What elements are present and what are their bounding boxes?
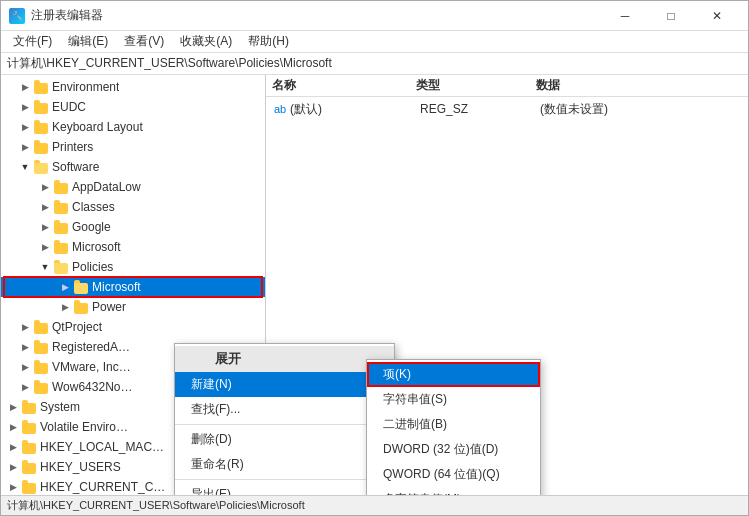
address-bar: 计算机\HKEY_CURRENT_USER\Software\Policies\…	[1, 53, 748, 75]
tree-label: Policies	[72, 260, 113, 274]
tree-label: Keyboard Layout	[52, 120, 143, 134]
arrow-icon: ▼	[17, 159, 33, 175]
ctx-delete[interactable]: 删除(D)	[175, 427, 394, 452]
submenu-key-label: 项(K)	[383, 367, 411, 381]
submenu-item-binary[interactable]: 二进制值(B)	[367, 412, 540, 437]
submenu-new[interactable]: 项(K) 字符串值(S) 二进制值(B) DWORD (32 位)值(D) QW…	[366, 359, 541, 495]
tree-label: EUDC	[52, 100, 86, 114]
tree-label: Volatile Enviro…	[40, 420, 128, 434]
folder-icon	[21, 420, 37, 434]
folder-icon	[33, 320, 49, 334]
context-menu[interactable]: 展开 新建(N) ▶ 查找(F)... 删除(D) 重命名(R)	[174, 343, 395, 495]
tree-label: Environment	[52, 80, 119, 94]
arrow-icon: ▶	[5, 419, 21, 435]
col-data-header: 数据	[536, 77, 748, 94]
ctx-export-label: 导出(E)	[191, 486, 231, 495]
tree-item-classes[interactable]: ▶ Classes	[1, 197, 265, 217]
tree-item-eudc[interactable]: ▶ EUDC	[1, 97, 265, 117]
window-title: 注册表编辑器	[31, 7, 602, 24]
folder-icon	[21, 440, 37, 454]
maximize-button[interactable]: □	[648, 1, 694, 31]
main-content: ▶ Environment ▶ EUDC ▶ Keyboard Layout ▶…	[1, 75, 748, 495]
tree-label: Google	[72, 220, 111, 234]
tree-item-google[interactable]: ▶ Google	[1, 217, 265, 237]
tree-item-keyboard-layout[interactable]: ▶ Keyboard Layout	[1, 117, 265, 137]
tree-label: Power	[92, 300, 126, 314]
folder-icon	[73, 300, 89, 314]
registry-row-default[interactable]: ab (默认) REG_SZ (数值未设置)	[266, 99, 748, 119]
close-button[interactable]: ✕	[694, 1, 740, 31]
submenu-item-qword[interactable]: QWORD (64 位值)(Q)	[367, 462, 540, 487]
folder-icon	[33, 360, 49, 374]
menu-file[interactable]: 文件(F)	[5, 31, 60, 52]
tree-label: Software	[52, 160, 99, 174]
folder-icon	[21, 400, 37, 414]
tree-label: HKEY_USERS	[40, 460, 121, 474]
submenu-qword-label: QWORD (64 位值)(Q)	[383, 467, 500, 481]
tree-label: Wow6432No…	[52, 380, 132, 394]
registry-editor-window: 🔧 注册表编辑器 ─ □ ✕ 文件(F) 编辑(E) 查看(V) 收藏夹(A) …	[0, 0, 749, 516]
folder-icon	[53, 260, 69, 274]
tree-label: Printers	[52, 140, 93, 154]
arrow-icon: ▶	[37, 179, 53, 195]
arrow-icon: ▶	[5, 479, 21, 495]
tree-item-qtproject[interactable]: ▶ QtProject	[1, 317, 265, 337]
arrow-icon: ▶	[57, 299, 73, 315]
ctx-find[interactable]: 查找(F)...	[175, 397, 394, 422]
ctx-expand-label: 展开	[215, 350, 241, 368]
minimize-button[interactable]: ─	[602, 1, 648, 31]
tree-item-power[interactable]: ▶ Power	[1, 297, 265, 317]
folder-icon	[33, 100, 49, 114]
ctx-new-label: 新建(N)	[191, 376, 232, 393]
address-text: 计算机\HKEY_CURRENT_USER\Software\Policies\…	[7, 55, 332, 72]
submenu-item-multistring[interactable]: 多字符串值(M)	[367, 487, 540, 495]
arrow-icon: ▶	[17, 119, 33, 135]
submenu-item-key[interactable]: 项(K)	[367, 362, 540, 387]
col-type-header: 类型	[416, 77, 536, 94]
tree-label: QtProject	[52, 320, 102, 334]
submenu-dword-label: DWORD (32 位)值(D)	[383, 442, 498, 456]
reg-value-name: (默认)	[290, 101, 420, 118]
reg-value-data: (数值未设置)	[540, 101, 748, 118]
tree-item-microsoft-l2[interactable]: ▶ Microsoft	[1, 237, 265, 257]
tree-item-microsoft-selected[interactable]: ▶ Microsoft	[1, 277, 265, 297]
folder-icon	[33, 340, 49, 354]
menu-edit[interactable]: 编辑(E)	[60, 31, 116, 52]
arrow-icon: ▼	[37, 259, 53, 275]
folder-icon	[33, 380, 49, 394]
ctx-rename[interactable]: 重命名(R)	[175, 452, 394, 477]
menu-help[interactable]: 帮助(H)	[240, 31, 297, 52]
ctx-rename-label: 重命名(R)	[191, 456, 244, 473]
ctx-find-label: 查找(F)...	[191, 401, 240, 418]
tree-item-software[interactable]: ▼ Software	[1, 157, 265, 177]
submenu-string-label: 字符串值(S)	[383, 392, 447, 406]
folder-icon	[53, 180, 69, 194]
ctx-export[interactable]: 导出(E)	[175, 482, 394, 495]
folder-icon	[21, 480, 37, 494]
tree-label: Microsoft	[72, 240, 121, 254]
menu-favorites[interactable]: 收藏夹(A)	[172, 31, 240, 52]
submenu-item-dword[interactable]: DWORD (32 位)值(D)	[367, 437, 540, 462]
arrow-icon: ▶	[37, 239, 53, 255]
tree-label: System	[40, 400, 80, 414]
arrow-icon: ▶	[17, 319, 33, 335]
arrow-icon: ▶	[17, 379, 33, 395]
submenu-multistring-label: 多字符串值(M)	[383, 492, 461, 495]
tree-label: RegisteredA…	[52, 340, 130, 354]
ctx-new[interactable]: 新建(N) ▶	[175, 372, 394, 397]
tree-item-appdatalow[interactable]: ▶ AppDataLow	[1, 177, 265, 197]
tree-item-environment[interactable]: ▶ Environment	[1, 77, 265, 97]
folder-icon	[53, 240, 69, 254]
submenu-item-string[interactable]: 字符串值(S)	[367, 387, 540, 412]
arrow-icon: ▶	[37, 199, 53, 215]
menu-view[interactable]: 查看(V)	[116, 31, 172, 52]
arrow-icon: ▶	[37, 219, 53, 235]
tree-label: HKEY_CURRENT_C…	[40, 480, 165, 494]
ctx-delete-label: 删除(D)	[191, 431, 232, 448]
title-bar: 🔧 注册表编辑器 ─ □ ✕	[1, 1, 748, 31]
tree-item-printers[interactable]: ▶ Printers	[1, 137, 265, 157]
ctx-expand[interactable]: 展开	[175, 346, 394, 372]
arrow-icon: ▶	[5, 439, 21, 455]
tree-item-policies[interactable]: ▼ Policies	[1, 257, 265, 277]
tree-label: VMware, Inc…	[52, 360, 131, 374]
